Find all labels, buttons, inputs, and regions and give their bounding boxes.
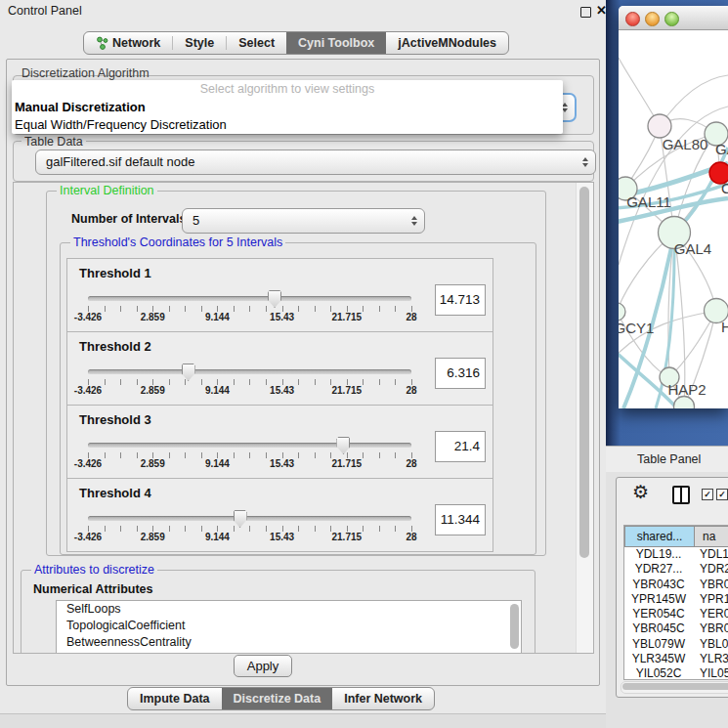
threshold-panel: Threshold 1-3.4262.8599.14415.4321.71528… <box>66 258 493 332</box>
apply-button[interactable]: Apply <box>234 655 292 677</box>
attribute-list-item[interactable]: TopologicalCoefficient <box>57 618 521 634</box>
table-data-combobox[interactable]: galFiltered.sif default node <box>35 150 596 175</box>
gear-icon[interactable]: ⚙ <box>632 481 649 503</box>
table-cell[interactable]: YLR345W <box>624 652 693 666</box>
table-cell[interactable]: YIL052C <box>624 666 693 680</box>
numerical-attributes-list[interactable]: SelfLoopsTopologicalCoefficientBetweenne… <box>56 600 522 654</box>
dropdown-option-equal-width[interactable]: Equal Width/Frequency Discretization <box>12 116 563 134</box>
table-row[interactable]: YER054CYER054C <box>624 607 728 621</box>
dropdown-option-manual[interactable]: Manual Discretization <box>12 99 563 116</box>
tab-label: Select <box>238 36 275 50</box>
attribute-list-item[interactable]: BetweennessCentrality <box>57 634 521 651</box>
node-bottom[interactable] <box>674 397 695 409</box>
table-cell[interactable]: YDL19... <box>624 547 693 562</box>
slider-track[interactable] <box>88 369 411 374</box>
axis-tick-label: 9.144 <box>205 312 230 322</box>
table-row[interactable]: YBR043CYBR043C <box>624 578 728 592</box>
node-label: C <box>721 180 728 196</box>
columns-icon[interactable] <box>672 486 690 504</box>
axis-tick-label: 28 <box>406 532 416 542</box>
threshold-slider[interactable]: -3.4262.8599.14415.4321.71528 <box>88 290 411 327</box>
table-cell[interactable]: YLR345W <box>693 652 728 666</box>
column-header-shared-name[interactable]: shared... <box>624 526 695 547</box>
tab-jactivemnodules[interactable]: jActiveMNodules <box>386 32 508 54</box>
scrollbar-thumb[interactable] <box>579 187 589 558</box>
number-of-intervals-combobox[interactable]: 5 <box>182 208 425 234</box>
threshold-slider[interactable]: -3.4262.8599.14415.4321.71528 <box>88 437 411 474</box>
table-row[interactable]: YDR27...YDR27... <box>624 562 728 577</box>
tab-impute-data[interactable]: Impute Data <box>128 688 222 709</box>
threshold-slider[interactable]: -3.4262.8599.14415.4321.71528 <box>88 364 411 401</box>
column-header-name[interactable]: na <box>695 526 728 547</box>
slider-track[interactable] <box>88 443 411 448</box>
table-row[interactable]: YDL19...YDL19... <box>624 547 728 562</box>
panel-titlebar: Control Panel ✕ <box>0 0 606 21</box>
vertical-scrollbar[interactable] <box>576 183 593 653</box>
slider-axis-labels: -3.4262.8599.14415.4321.71528 <box>88 458 411 472</box>
table-row[interactable]: YBR045CYBR045C <box>624 621 728 636</box>
threshold-value-field[interactable]: 6.316 <box>435 358 486 389</box>
axis-tick-label: 15.43 <box>270 312 294 322</box>
threshold-value-field[interactable]: 11.344 <box>435 504 486 535</box>
tab-label: Style <box>185 36 214 50</box>
network-window-titlebar[interactable] <box>619 6 728 30</box>
dropdown-placeholder-item[interactable]: Select algorithm to view settings <box>12 80 563 99</box>
table-cell[interactable]: YER054C <box>693 607 728 621</box>
attribute-list-item[interactable]: SelfLoops <box>57 601 521 618</box>
table-data-selected-value: galFiltered.sif default node <box>46 150 194 174</box>
table-cell[interactable]: YIL052C <box>693 666 728 680</box>
tab-discretize-data[interactable]: Discretize Data <box>222 688 333 709</box>
axis-tick-label: 28 <box>406 312 416 322</box>
tab-cyni-toolbox[interactable]: Cyni Toolbox <box>286 32 386 54</box>
list-scrollbar-thumb[interactable] <box>510 604 519 649</box>
table-cell[interactable]: YER054C <box>624 607 693 621</box>
threshold-label: Threshold 2 <box>79 339 151 354</box>
table-cell[interactable]: YBL079W <box>693 637 728 652</box>
table-cell[interactable]: YBR045C <box>693 621 728 636</box>
table-cell[interactable]: YBR043C <box>693 578 728 592</box>
table-cell[interactable]: YPR145W <box>693 592 728 607</box>
table-cell[interactable]: YBR043C <box>624 578 693 592</box>
network-canvas[interactable]: GAL80 GA C GAL11 GAL4 GCY1 H HAP2 <box>619 30 728 408</box>
network-window[interactable]: GAL80 GA C GAL11 GAL4 GCY1 H HAP2 <box>619 6 728 408</box>
node-gal80[interactable] <box>648 114 671 138</box>
number-of-intervals-label: Number of Intervals <box>71 212 186 226</box>
table-row[interactable]: YIL052CYIL052C <box>624 666 728 680</box>
node-label: GCY1 <box>619 320 654 336</box>
axis-tick-label: 21.715 <box>332 458 363 469</box>
table-row[interactable]: YLR345WYLR345W <box>624 652 728 666</box>
table-cell[interactable]: YDL19... <box>693 547 728 562</box>
tab-style[interactable]: Style <box>173 32 226 54</box>
table-cell[interactable]: YPR145W <box>624 592 693 607</box>
table-row[interactable]: YPR145WYPR145W <box>624 592 728 607</box>
table-row[interactable]: YBL079WYBL079W <box>624 637 728 652</box>
checkbox-icon[interactable]: ✓ <box>716 489 728 500</box>
float-icon[interactable] <box>580 7 591 18</box>
node-gcy1[interactable] <box>619 303 625 321</box>
node-label: GAL80 <box>663 136 708 152</box>
table-cell[interactable]: YDR27... <box>693 562 728 577</box>
checkbox-icon[interactable]: ✓ <box>702 489 713 500</box>
interval-definition-title: Interval Definition <box>57 184 157 197</box>
minimize-traffic-light-icon[interactable] <box>645 12 660 26</box>
slider-track[interactable] <box>88 516 411 521</box>
axis-tick-label: 2.859 <box>141 385 165 396</box>
zoom-traffic-light-icon[interactable] <box>664 12 679 26</box>
table-data-group: Table Data galFiltered.sif default node <box>13 141 594 182</box>
table-cell[interactable]: YBL079W <box>624 637 693 652</box>
close-traffic-light-icon[interactable] <box>625 12 640 26</box>
tab-infer-network[interactable]: Infer Network <box>332 688 434 709</box>
table-cell[interactable]: YBR045C <box>624 621 693 636</box>
threshold-slider[interactable]: -3.4262.8599.14415.4321.71528 <box>88 510 411 547</box>
threshold-value-field[interactable]: 14.713 <box>435 284 486 316</box>
node-table: shared... na YDL19...YDL19...YDR27...YDR… <box>623 525 728 680</box>
slider-track[interactable] <box>88 296 411 301</box>
tab-network[interactable]: Network <box>84 32 172 54</box>
table-header-row: shared... na <box>624 526 728 547</box>
threshold-value-field[interactable]: 21.4 <box>435 431 486 462</box>
table-cell[interactable]: YDR27... <box>624 562 693 577</box>
tab-select[interactable]: Select <box>227 32 286 54</box>
scrollbar-thumb[interactable] <box>622 683 728 690</box>
network-icon <box>96 36 108 50</box>
horizontal-scrollbar[interactable] <box>621 681 728 694</box>
